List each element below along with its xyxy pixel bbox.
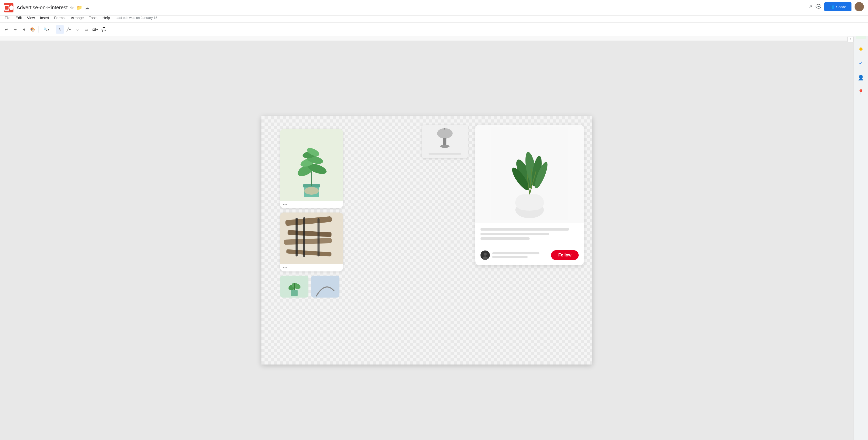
menu-tools[interactable]: Tools bbox=[86, 15, 100, 21]
share-button[interactable]: 👥 Share bbox=[824, 2, 851, 11]
left-column: ••• bbox=[280, 129, 343, 298]
avatar-svg bbox=[480, 251, 490, 260]
paintformat-button[interactable]: 🎨 bbox=[28, 25, 37, 34]
keep-sidebar-icon[interactable]: ◆ bbox=[856, 43, 866, 54]
thumb-curve bbox=[311, 275, 339, 298]
doc-title: Advertise-on-Pinterest bbox=[17, 5, 68, 10]
textbox-tool[interactable]: ▭ bbox=[82, 25, 90, 34]
detail-footer: Follow bbox=[475, 247, 584, 265]
detail-line-1 bbox=[480, 228, 569, 231]
right-sidebar: ⊞ ◆ ✓ 👤 📍 bbox=[854, 26, 868, 440]
plant-pin-card: ••• bbox=[280, 129, 343, 208]
svg-rect-27 bbox=[294, 283, 295, 290]
follow-button[interactable]: Follow bbox=[551, 250, 579, 260]
menu-help[interactable]: Help bbox=[100, 15, 113, 21]
detail-info bbox=[475, 223, 584, 247]
svg-rect-1 bbox=[443, 138, 446, 146]
detail-plant-image bbox=[475, 125, 584, 223]
avatar[interactable] bbox=[855, 2, 864, 11]
title-icons: ☆ 📁 ☁ bbox=[70, 5, 91, 10]
comment-icon[interactable]: 💬 bbox=[815, 4, 821, 9]
thumb-svg-1 bbox=[280, 275, 308, 298]
svg-rect-20 bbox=[296, 218, 298, 257]
lamp-card-line bbox=[429, 153, 461, 155]
detail-plant-svg bbox=[491, 127, 568, 220]
plant-svg bbox=[280, 129, 343, 201]
plant-image bbox=[280, 129, 343, 201]
detail-line-2 bbox=[480, 233, 549, 235]
svg-rect-21 bbox=[303, 217, 305, 257]
tasks-sidebar-icon[interactable]: ✓ bbox=[856, 58, 866, 68]
toolbar: ↩ ↪ 🖨 🎨 🔍▾ ↖ ╱▾ ○ ▭ 🖼▾ 💬 bbox=[0, 23, 868, 36]
contacts-sidebar-icon[interactable]: 👤 bbox=[856, 72, 866, 83]
image-tool[interactable]: 🖼▾ bbox=[91, 25, 99, 34]
undo-button[interactable]: ↩ bbox=[2, 25, 10, 34]
detail-lines bbox=[480, 228, 579, 240]
plant-card-dots[interactable]: ••• bbox=[283, 203, 288, 207]
plant-card-footer: ••• bbox=[280, 201, 343, 208]
app-logo bbox=[4, 3, 13, 12]
tools-image bbox=[280, 212, 343, 264]
lamp-card bbox=[422, 125, 468, 158]
thumb-svg-2 bbox=[311, 275, 339, 298]
detail-card: Follow bbox=[475, 125, 584, 265]
menu-format[interactable]: Format bbox=[52, 15, 68, 21]
last-edit: Last edit was on January 15 bbox=[116, 16, 157, 20]
top-right-actions: ↗ 💬 👥 Share bbox=[809, 2, 864, 11]
star-icon[interactable]: ☆ bbox=[70, 5, 74, 10]
tools-card-footer: ••• bbox=[280, 264, 343, 271]
line-tool[interactable]: ╱▾ bbox=[65, 25, 73, 34]
menu-insert[interactable]: Insert bbox=[37, 15, 52, 21]
slide[interactable]: P bbox=[261, 116, 592, 364]
lamp-svg bbox=[432, 128, 458, 151]
folder-icon[interactable]: 📁 bbox=[76, 5, 82, 10]
svg-point-42 bbox=[484, 253, 487, 256]
toolbar-sep-1 bbox=[38, 26, 38, 33]
ruler-top bbox=[0, 36, 854, 41]
bottom-thumbnails bbox=[280, 275, 343, 298]
svg-point-2 bbox=[440, 145, 450, 148]
svg-rect-28 bbox=[311, 275, 339, 298]
svg-point-0 bbox=[437, 128, 453, 139]
detail-line-3 bbox=[480, 237, 530, 240]
tools-pin-card: ••• bbox=[280, 212, 343, 271]
share-icon: 👥 bbox=[830, 4, 834, 9]
redo-button[interactable]: ↪ bbox=[11, 25, 19, 34]
slide-container: P bbox=[0, 41, 854, 440]
tools-card-dots[interactable]: ••• bbox=[283, 266, 288, 270]
select-button[interactable]: ↖ bbox=[56, 25, 64, 34]
profile-line-1 bbox=[492, 252, 539, 254]
svg-rect-32 bbox=[516, 195, 544, 210]
menu-view[interactable]: View bbox=[25, 15, 37, 21]
toolbar-sep-2 bbox=[54, 26, 54, 33]
tools-svg bbox=[280, 212, 343, 264]
zoom-button[interactable]: 🔍▾ bbox=[40, 25, 53, 34]
menu-edit[interactable]: Edit bbox=[13, 15, 25, 21]
collapse-arrow[interactable]: ∧ bbox=[847, 36, 854, 42]
svg-point-14 bbox=[304, 187, 319, 195]
profile-line-2 bbox=[492, 256, 528, 258]
print-button[interactable]: 🖨 bbox=[20, 25, 28, 34]
profile-avatar bbox=[480, 251, 490, 260]
thumb-plant-small bbox=[280, 275, 308, 298]
profile-lines bbox=[492, 252, 551, 258]
comment-tool[interactable]: 💬 bbox=[100, 25, 108, 34]
svg-rect-24 bbox=[291, 290, 298, 296]
maps-sidebar-icon[interactable]: 📍 bbox=[856, 87, 866, 97]
menu-file[interactable]: File bbox=[2, 15, 13, 21]
cloud-icon[interactable]: ☁ bbox=[85, 5, 89, 10]
shape-tool[interactable]: ○ bbox=[73, 25, 82, 34]
svg-rect-22 bbox=[317, 218, 319, 257]
trend-icon[interactable]: ↗ bbox=[809, 4, 812, 9]
menu-arrange[interactable]: Arrange bbox=[68, 15, 86, 21]
